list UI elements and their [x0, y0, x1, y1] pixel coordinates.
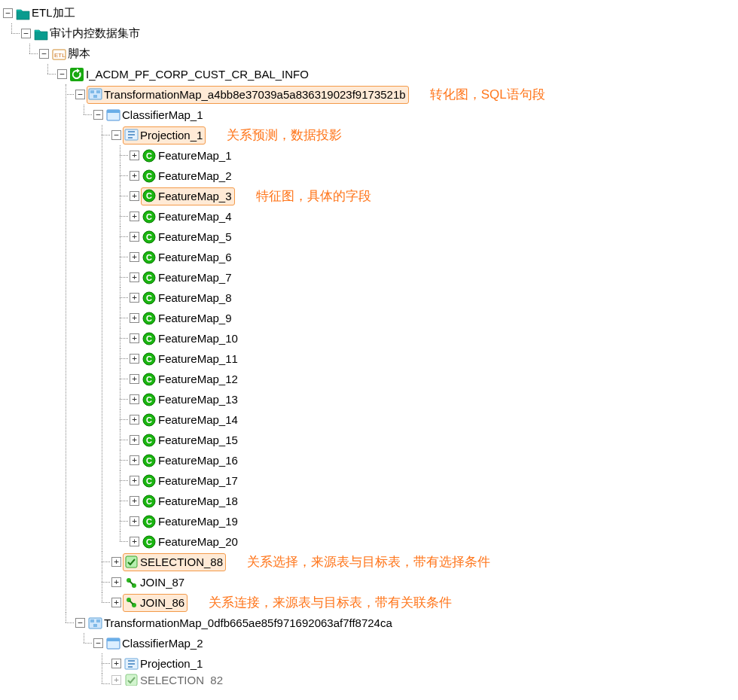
node-label: FeatureMap_5	[158, 230, 232, 243]
tree-node-classifier[interactable]: ClassifierMap_1	[93, 105, 738, 125]
expand-toggle[interactable]	[130, 171, 139, 181]
tree-node-selection[interactable]: SELECTION_82	[111, 674, 738, 686]
expand-toggle[interactable]	[130, 272, 139, 282]
tree-node-etl[interactable]: ETL加工	[3, 3, 738, 23]
expand-toggle[interactable]	[130, 496, 139, 506]
expand-toggle[interactable]	[130, 151, 139, 160]
etl-tree: ETL加工 审计内控数据集市 脚本 I_ACDM_PF_CORP_CUST_CR…	[3, 3, 738, 686]
tree-node-feature[interactable]: FeatureMap_2	[130, 166, 738, 186]
expand-toggle[interactable]	[130, 394, 139, 404]
node-label: SELECTION_82	[140, 674, 223, 686]
tree-node-feature[interactable]: FeatureMap_9	[130, 308, 738, 328]
node-label: FeatureMap_9	[158, 312, 232, 324]
c-icon	[142, 149, 157, 163]
tree-node-feature[interactable]: FeatureMap_1	[130, 145, 738, 166]
expand-toggle[interactable]	[130, 455, 139, 465]
node-label: ClassifierMap_2	[122, 637, 203, 650]
expand-toggle[interactable]	[130, 191, 139, 201]
node-label: FeatureMap_1	[158, 149, 232, 162]
tree-node-feature[interactable]: FeatureMap_14	[130, 409, 738, 430]
c-icon	[142, 189, 157, 202]
tree-node-join[interactable]: JOIN_86 关系连接，来源表与目标表，带有关联条件	[111, 592, 738, 613]
tree-node-feature[interactable]: FeatureMap_7	[130, 267, 738, 288]
tree-node-script[interactable]: 脚本	[39, 44, 738, 64]
expand-toggle[interactable]	[111, 675, 121, 685]
join-icon	[124, 595, 139, 609]
tree-node-feature[interactable]: FeatureMap_20	[130, 531, 738, 552]
tree-node-feature[interactable]: FeatureMap_18	[130, 491, 738, 511]
expand-toggle[interactable]	[130, 415, 139, 425]
expand-toggle[interactable]	[111, 557, 121, 567]
node-label: FeatureMap_8	[158, 291, 232, 304]
expand-toggle[interactable]	[130, 232, 139, 242]
highlighted-node: TransformationMap_a4bb8e37039a5a83631902…	[87, 86, 409, 104]
tree-node-projection[interactable]: Projection_1 关系预测，数据投影	[111, 125, 738, 145]
node-label: FeatureMap_3	[158, 190, 232, 202]
tree-node-transformation-map[interactable]: TransformationMap_a4bb8e37039a5a83631902…	[75, 84, 738, 105]
tree-node-feature[interactable]: FeatureMap_6	[130, 247, 738, 267]
expand-toggle[interactable]	[130, 354, 139, 364]
expand-toggle[interactable]	[130, 537, 139, 546]
c-icon	[142, 332, 157, 345]
expand-toggle[interactable]	[3, 8, 13, 18]
node-label: JOIN_87	[140, 576, 184, 589]
c-icon	[142, 495, 157, 508]
tree-node-feature[interactable]: FeatureMap_8	[130, 288, 738, 308]
tree-node-feature[interactable]: FeatureMap_5	[130, 227, 738, 247]
expand-toggle[interactable]	[130, 476, 139, 485]
node-label: TransformationMap_0dfb665ae85f971692063a…	[104, 616, 392, 629]
expand-toggle[interactable]	[39, 49, 49, 59]
tree-node-feature[interactable]: FeatureMap_4	[130, 206, 738, 227]
expand-toggle[interactable]	[130, 374, 139, 384]
expand-toggle[interactable]	[130, 516, 139, 526]
expand-toggle[interactable]	[93, 638, 103, 648]
tree-node-feature[interactable]: FeatureMap_13	[130, 389, 738, 409]
tree-node-feature[interactable]: FeatureMap_11	[130, 348, 738, 369]
expand-toggle[interactable]	[111, 577, 121, 587]
expand-toggle[interactable]	[130, 313, 139, 323]
tree-node-feature[interactable]: FeatureMap_12	[130, 369, 738, 389]
expand-toggle[interactable]	[21, 29, 31, 38]
expand-toggle[interactable]	[111, 130, 121, 140]
tree-node-selection[interactable]: SELECTION_88 关系选择，来源表与目标表，带有选择条件	[111, 552, 738, 572]
tree-node-join[interactable]: JOIN_87	[111, 572, 738, 592]
node-label: TransformationMap_a4bb8e37039a5a83631902…	[104, 88, 406, 101]
node-label: Projection_1	[140, 129, 203, 142]
tree-node-market[interactable]: 审计内控数据集市	[21, 23, 738, 44]
annotation-text: 关系预测，数据投影	[227, 126, 342, 144]
window-icon	[105, 108, 120, 122]
expand-toggle[interactable]	[130, 293, 139, 303]
tree-node-feature[interactable]: FeatureMap_15	[130, 430, 738, 450]
expand-toggle[interactable]	[130, 435, 139, 445]
node-label: FeatureMap_17	[158, 474, 238, 487]
tree-node-classifier[interactable]: ClassifierMap_2	[93, 633, 738, 653]
tree-node-feature[interactable]: FeatureMap_17	[130, 470, 738, 491]
map-icon	[87, 616, 102, 630]
tree-node-job[interactable]: I_ACDM_PF_CORP_CUST_CR_BAL_INFO	[57, 64, 738, 84]
expand-toggle[interactable]	[130, 212, 139, 221]
tree-node-transformation-map[interactable]: TransformationMap_0dfb665ae85f971692063a…	[75, 613, 738, 633]
expand-toggle[interactable]	[111, 598, 121, 607]
node-label: FeatureMap_13	[158, 393, 238, 406]
node-label: FeatureMap_11	[158, 352, 238, 365]
expand-toggle[interactable]	[130, 252, 139, 262]
c-icon	[142, 291, 157, 305]
node-label: FeatureMap_15	[158, 434, 238, 446]
highlighted-node: SELECTION_88	[123, 553, 226, 571]
expand-toggle[interactable]	[130, 333, 139, 343]
tree-node-feature[interactable]: FeatureMap_10	[130, 328, 738, 348]
expand-toggle[interactable]	[111, 659, 121, 668]
tree-node-feature[interactable]: FeatureMap_3特征图，具体的字段	[130, 186, 738, 206]
tree-node-feature[interactable]: FeatureMap_19	[130, 511, 738, 531]
expand-toggle[interactable]	[75, 618, 85, 628]
window-icon	[105, 637, 120, 650]
node-label: ETL加工	[32, 6, 75, 20]
tree-node-feature[interactable]: FeatureMap_16	[130, 450, 738, 470]
node-label: Projection_1	[140, 657, 203, 670]
expand-toggle[interactable]	[57, 69, 67, 79]
expand-toggle[interactable]	[75, 90, 85, 99]
expand-toggle[interactable]	[93, 110, 103, 120]
tree-node-projection[interactable]: Projection_1	[111, 653, 738, 674]
projection-icon	[124, 128, 139, 142]
annotation-text: 转化图，SQL语句段	[430, 86, 545, 103]
